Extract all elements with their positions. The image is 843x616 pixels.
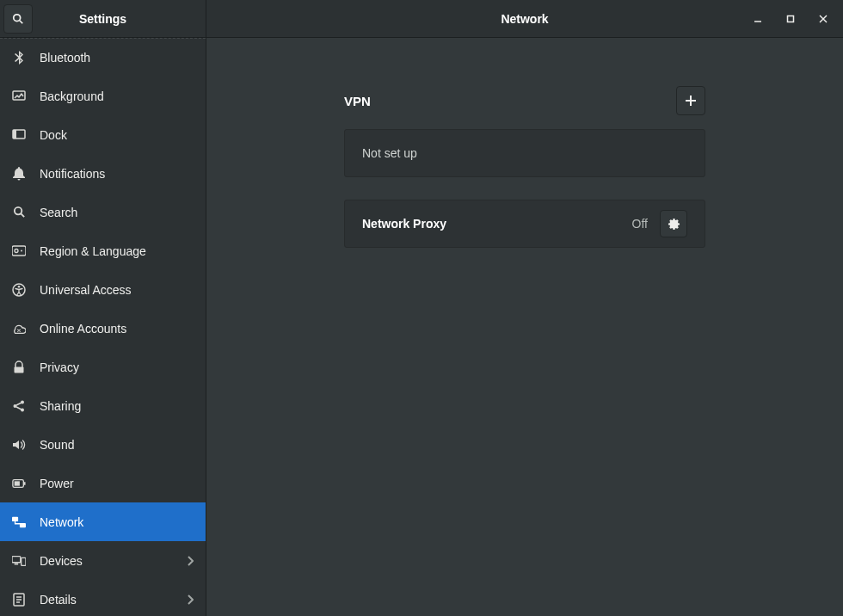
chevron-right-icon xyxy=(187,556,194,566)
window-controls xyxy=(741,0,840,38)
search-icon xyxy=(12,206,26,219)
main-header: Network xyxy=(206,0,843,38)
sidebar-item-sound[interactable]: Sound xyxy=(0,425,206,464)
svg-rect-29 xyxy=(788,16,794,22)
dock-icon xyxy=(12,128,26,142)
window-maximize-button[interactable] xyxy=(774,0,807,38)
plus-icon xyxy=(685,95,697,107)
svg-rect-23 xyxy=(22,557,26,565)
bluetooth-icon xyxy=(12,51,26,65)
network-proxy-label: Network Proxy xyxy=(362,217,620,231)
network-icon xyxy=(12,515,26,529)
privacy-icon xyxy=(12,360,26,374)
svg-rect-4 xyxy=(13,130,16,139)
sidebar-item-privacy[interactable]: Privacy xyxy=(0,348,206,386)
page-title: Network xyxy=(501,12,548,26)
region-icon xyxy=(12,244,26,258)
svg-line-6 xyxy=(21,213,24,217)
sidebar-item-devices[interactable]: Devices xyxy=(0,541,206,580)
svg-point-8 xyxy=(15,249,18,252)
vpn-section-header: VPN xyxy=(344,86,705,115)
svg-rect-18 xyxy=(15,481,20,485)
svg-rect-19 xyxy=(12,516,18,521)
network-proxy-row[interactable]: Network Proxy Off xyxy=(344,200,705,248)
power-icon xyxy=(12,477,26,490)
spacer xyxy=(344,177,705,200)
svg-point-5 xyxy=(14,207,21,214)
svg-rect-21 xyxy=(12,556,21,562)
vpn-title: VPN xyxy=(344,94,676,108)
sidebar-item-power[interactable]: Power xyxy=(0,464,206,502)
sidebar-list[interactable]: Bluetooth Background Dock xyxy=(0,38,206,616)
bell-icon xyxy=(12,167,26,181)
svg-rect-22 xyxy=(15,563,18,564)
maximize-icon xyxy=(786,15,795,23)
sidebar-item-dock[interactable]: Dock xyxy=(0,115,206,154)
close-icon xyxy=(819,15,828,23)
sound-icon xyxy=(12,438,26,452)
search-icon xyxy=(12,13,24,25)
access-icon xyxy=(12,283,26,297)
sidebar-item-label: Dock xyxy=(40,128,194,142)
sidebar-item-region-language[interactable]: Region & Language xyxy=(0,231,206,270)
sidebar: Settings Bluetooth Background xyxy=(0,0,206,616)
svg-point-0 xyxy=(14,14,21,21)
sidebar-item-label: Background xyxy=(40,89,194,103)
sidebar-item-label: Notifications xyxy=(40,167,194,181)
svg-rect-17 xyxy=(24,482,26,485)
main: Network VPN No xyxy=(206,0,843,616)
sidebar-item-online-accounts[interactable]: Online Accounts xyxy=(0,309,206,348)
add-vpn-button[interactable] xyxy=(676,86,705,115)
sidebar-item-label: Universal Access xyxy=(40,283,194,297)
window-minimize-button[interactable] xyxy=(741,0,774,38)
sidebar-item-label: Search xyxy=(40,206,194,219)
sidebar-item-notifications[interactable]: Notifications xyxy=(0,154,206,193)
details-icon xyxy=(12,593,26,607)
sidebar-header: Settings xyxy=(0,0,206,38)
sidebar-item-label: Details xyxy=(40,593,173,607)
sidebar-item-label: Network xyxy=(40,515,194,529)
background-icon xyxy=(12,89,26,103)
minimize-icon xyxy=(754,15,762,23)
sidebar-title: Settings xyxy=(33,12,206,26)
sharing-icon xyxy=(12,399,26,413)
gear-icon xyxy=(668,218,680,231)
sidebar-item-label: Bluetooth xyxy=(40,51,194,65)
sidebar-item-label: Power xyxy=(40,477,194,490)
sidebar-item-label: Privacy xyxy=(40,360,194,374)
search-button[interactable] xyxy=(3,4,33,34)
online-accounts-icon xyxy=(12,322,26,336)
sidebar-item-details[interactable]: Details xyxy=(0,580,206,616)
vpn-empty-panel: Not set up xyxy=(344,129,705,177)
sidebar-item-label: Online Accounts xyxy=(40,322,194,336)
network-proxy-settings-button[interactable] xyxy=(660,210,687,237)
sidebar-item-background[interactable]: Background xyxy=(0,77,206,115)
chevron-right-icon xyxy=(187,594,194,605)
sidebar-item-universal-access[interactable]: Universal Access xyxy=(0,270,206,309)
app-root: Settings Bluetooth Background xyxy=(0,0,843,616)
svg-line-1 xyxy=(20,20,23,23)
sidebar-item-label: Sound xyxy=(40,438,194,452)
content-area: VPN Not set up Network Proxy Off xyxy=(206,38,843,616)
vpn-empty-text: Not set up xyxy=(362,146,417,160)
devices-icon xyxy=(12,554,26,568)
sidebar-item-search[interactable]: Search xyxy=(0,193,206,231)
sidebar-item-network[interactable]: Network xyxy=(0,502,206,541)
sidebar-item-label: Devices xyxy=(40,554,173,568)
sidebar-item-label: Sharing xyxy=(40,399,194,413)
sidebar-item-bluetooth[interactable]: Bluetooth xyxy=(0,38,206,77)
sidebar-item-label: Region & Language xyxy=(40,244,194,258)
network-proxy-status: Off xyxy=(632,217,648,231)
sidebar-item-sharing[interactable]: Sharing xyxy=(0,386,206,425)
svg-point-9 xyxy=(21,249,22,251)
window-close-button[interactable] xyxy=(807,0,840,38)
svg-point-11 xyxy=(18,285,21,287)
svg-rect-12 xyxy=(15,367,24,373)
